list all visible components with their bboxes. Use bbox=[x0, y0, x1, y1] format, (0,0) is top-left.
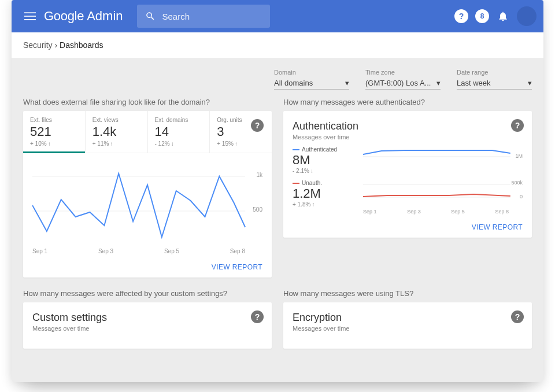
tab-ext-views[interactable]: Ext. views 1.4k + 11% bbox=[86, 111, 148, 153]
tab-ext-files[interactable]: Ext. files 521 + 10% bbox=[23, 111, 86, 153]
chevron-right-icon: › bbox=[54, 40, 60, 50]
series-authenticated: Authenticated 8M - 2.1% 1M bbox=[293, 146, 523, 174]
help-icon[interactable]: ? bbox=[511, 119, 524, 132]
series-unauthenticated: Unauth. 1.2M + 1.8% 500k 0 bbox=[293, 180, 523, 208]
panel-encryption: How many messages were using TLS? ? Encr… bbox=[283, 289, 532, 349]
help-icon[interactable]: ? bbox=[251, 310, 264, 323]
card-subtitle: Messages over time bbox=[293, 134, 523, 140]
search-box[interactable] bbox=[137, 5, 270, 28]
logo-admin: Admin bbox=[87, 9, 123, 24]
filter-daterange[interactable]: Date range Last week▾ bbox=[457, 69, 532, 90]
top-bar: Google Admin ? 8 bbox=[12, 0, 543, 32]
menu-icon[interactable] bbox=[18, 5, 42, 28]
filter-bar: Domain All domains▾ Time zone (GMT-8:00)… bbox=[23, 69, 532, 90]
tab-ext-domains[interactable]: Ext. domains 14 - 12% bbox=[148, 111, 210, 153]
tab-org-units[interactable]: Org. units 3 + 15% bbox=[210, 111, 272, 153]
dropdown-icon: ▾ bbox=[345, 79, 349, 87]
breadcrumb-root[interactable]: Security bbox=[23, 40, 53, 50]
filter-domain[interactable]: Domain All domains▾ bbox=[274, 69, 349, 90]
svg-rect-2 bbox=[24, 19, 36, 20]
svg-rect-1 bbox=[24, 16, 36, 17]
line-chart: 1k 500 bbox=[32, 159, 262, 246]
panel-authentication: How many messages were authenticated? ? … bbox=[283, 98, 532, 278]
search-icon bbox=[145, 11, 156, 21]
app-logo: Google Admin bbox=[44, 9, 123, 24]
card-subtitle: Messages over time bbox=[32, 325, 262, 332]
panel-title: How many messages were authenticated? bbox=[283, 98, 532, 106]
logo-google: Google bbox=[44, 9, 84, 24]
breadcrumb: Security › Dashboards bbox=[12, 32, 543, 58]
dropdown-icon: ▾ bbox=[528, 79, 532, 87]
panel-custom-settings: How many messages were affected by your … bbox=[23, 289, 272, 349]
panel-file-sharing: What does external file sharing look lik… bbox=[23, 98, 272, 278]
notifications-icon[interactable] bbox=[493, 6, 513, 27]
view-report-link[interactable]: VIEW REPORT bbox=[212, 263, 262, 271]
help-icon[interactable]: ? bbox=[451, 6, 472, 27]
breadcrumb-current: Dashboards bbox=[60, 40, 103, 50]
card-heading: Custom settings bbox=[32, 312, 262, 324]
dropdown-icon: ▾ bbox=[436, 79, 441, 87]
card-heading: Encryption bbox=[293, 312, 523, 324]
avatar[interactable] bbox=[517, 6, 536, 26]
filter-timezone[interactable]: Time zone (GMT-8:00) Los A...▾ bbox=[365, 69, 441, 90]
panel-title: What does external file sharing look lik… bbox=[23, 98, 272, 106]
help-icon[interactable]: ? bbox=[511, 310, 524, 323]
svg-rect-0 bbox=[24, 12, 36, 13]
x-axis: Sep 1 Sep 3 Sep 5 Sep 8 bbox=[293, 209, 523, 215]
dashboard-content: Domain All domains▾ Time zone (GMT-8:00)… bbox=[12, 58, 543, 382]
metric-tabs: Ext. files 521 + 10% Ext. views 1.4k + 1… bbox=[23, 111, 272, 153]
x-axis: Sep 1 Sep 3 Sep 5 Sep 8 bbox=[32, 248, 262, 254]
panel-title: How many messages were affected by your … bbox=[23, 289, 272, 298]
panel-title: How many messages were using TLS? bbox=[283, 289, 532, 298]
search-input[interactable] bbox=[162, 12, 255, 21]
view-report-link[interactable]: VIEW REPORT bbox=[472, 223, 523, 231]
card-heading: Authentication bbox=[293, 120, 523, 132]
apps-icon[interactable]: 8 bbox=[472, 6, 493, 27]
card-subtitle: Messages over time bbox=[293, 325, 523, 332]
